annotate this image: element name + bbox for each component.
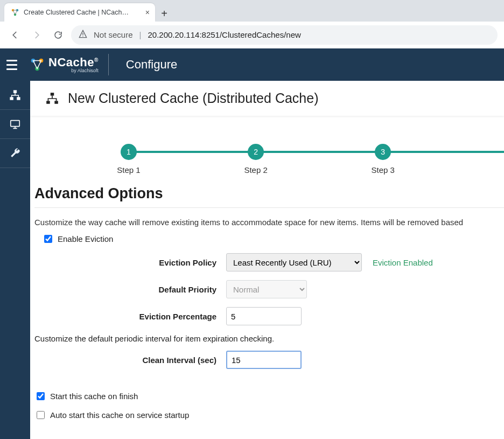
brand-name: NCache® [48, 57, 99, 68]
default-priority-select[interactable]: Normal [226, 280, 307, 298]
svg-rect-4 [82, 36, 83, 36]
step-label: Step 3 [371, 165, 394, 175]
svg-rect-14 [54, 101, 58, 103]
auto-start-label: Auto start this cache on service startup [50, 410, 189, 420]
step-bar [383, 151, 504, 153]
auto-start-input[interactable] [37, 411, 45, 419]
eviction-status: Eviction Enabled [373, 258, 433, 267]
browser-chrome: Create Clustered Cache | NCach… × + Not … [0, 0, 504, 48]
address-bar: Not secure | 20.200.20.114:8251/Clustere… [0, 22, 504, 48]
reload-button[interactable] [50, 26, 67, 44]
stepper: 1 Step 1 2 Step 2 3 Step 3 [129, 144, 504, 175]
monitor-icon [9, 119, 21, 130]
eviction-percentage-label: Eviction Percentage [34, 312, 226, 321]
new-tab-button[interactable]: + [155, 5, 173, 22]
logo-icon [29, 57, 45, 73]
omnibox-separator: | [139, 30, 142, 39]
brand[interactable]: NCache® by Alachisoft [29, 54, 109, 75]
default-priority-label: Default Priority [34, 285, 226, 294]
svg-rect-8 [13, 90, 17, 93]
svg-rect-9 [10, 97, 13, 100]
sidebar [0, 81, 30, 439]
eviction-policy-label: Eviction Policy [34, 258, 226, 267]
page-url: 20.200.20.114:8251/ClusteredCaches/new [148, 30, 300, 39]
header-title: Configure [126, 58, 177, 72]
step-dot: 3 [375, 144, 391, 160]
sitemap-icon [45, 92, 59, 106]
enable-eviction-input[interactable] [44, 235, 52, 243]
svg-rect-3 [82, 33, 83, 35]
step-dot: 1 [121, 144, 137, 160]
brand-sub: by Alachisoft [71, 68, 99, 73]
svg-rect-12 [51, 93, 54, 95]
start-on-finish-label: Start this cache on finish [50, 392, 138, 401]
eviction-percentage-input[interactable] [226, 307, 302, 325]
sidebar-item-clustered[interactable] [0, 81, 30, 110]
clean-interval-label: Clean Interval (sec) [34, 356, 226, 365]
page-title: New Clustered Cache (Distributed Cache) [68, 90, 318, 106]
eviction-description: Customize the way cache will remove exis… [34, 218, 504, 227]
enable-eviction-label: Enable Eviction [58, 234, 113, 243]
wrench-icon [9, 148, 21, 159]
clean-interval-description: Customize the default periodic interval … [34, 334, 504, 343]
svg-rect-10 [17, 97, 20, 100]
close-icon[interactable]: × [145, 8, 150, 17]
eviction-policy-select[interactable]: Least Recently Used (LRU) [226, 253, 362, 271]
section-title: Advanced Options [34, 185, 504, 208]
start-on-finish-input[interactable] [37, 392, 45, 400]
auto-start-checkbox[interactable]: Auto start this cache on service startup [37, 410, 504, 420]
step-bar [256, 151, 383, 153]
sidebar-item-settings[interactable] [0, 139, 30, 168]
step-dot: 2 [248, 144, 264, 160]
svg-rect-11 [11, 120, 20, 126]
start-on-finish-checkbox[interactable]: Start this cache on finish [37, 392, 504, 401]
page-head: New Clustered Cache (Distributed Cache) [30, 81, 504, 116]
not-secure-label: Not secure [94, 30, 133, 39]
svg-rect-13 [46, 101, 50, 103]
tabstrip: Create Clustered Cache | NCach… × + [0, 0, 504, 22]
tab-title: Create Clustered Cache | NCach… [24, 9, 141, 16]
browser-tab-active[interactable]: Create Clustered Cache | NCach… × [4, 3, 155, 22]
app-header: NCache® by Alachisoft Configure [0, 48, 504, 81]
enable-eviction-checkbox[interactable]: Enable Eviction [44, 234, 504, 243]
clean-interval-input[interactable] [226, 351, 302, 369]
omnibox[interactable]: Not secure | 20.200.20.114:8251/Clustere… [71, 25, 498, 45]
step-bar [129, 151, 256, 153]
not-secure-icon [79, 30, 87, 40]
favicon-icon [11, 8, 19, 17]
step-label: Step 2 [244, 165, 267, 175]
sidebar-item-local[interactable] [0, 110, 30, 139]
sitemap-icon [9, 89, 21, 101]
menu-toggle-icon[interactable] [6, 57, 22, 72]
content: New Clustered Cache (Distributed Cache) … [30, 81, 504, 439]
step-label: Step 1 [117, 165, 140, 175]
forward-button[interactable] [28, 26, 45, 44]
back-button[interactable] [6, 26, 24, 44]
